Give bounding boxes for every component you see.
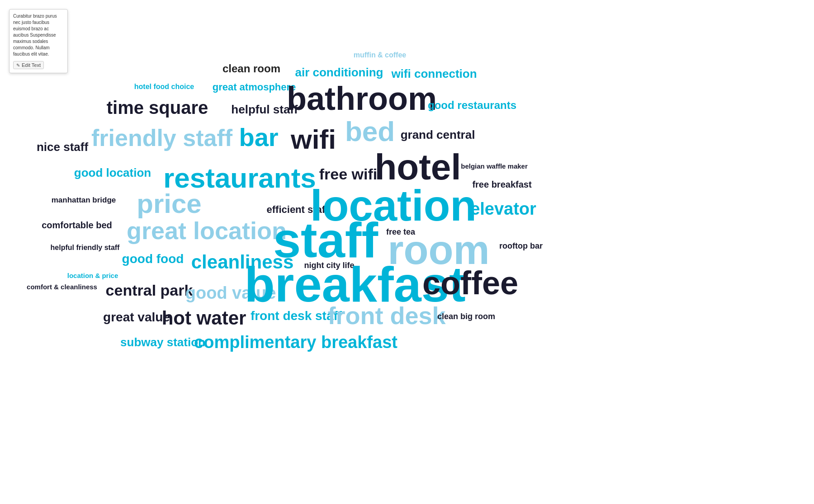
edit-icon: ✎ [16,63,20,68]
edit-panel: Curabitur brazo purus nec justo faucibus… [9,9,68,73]
word-good-restaurants[interactable]: good restaurants [428,99,516,112]
word-comfortable-bed[interactable]: comfortable bed [42,220,112,231]
word-great-location[interactable]: great location [127,217,287,245]
word-complimentary-breakfast[interactable]: complimentary breakfast [194,333,398,352]
word-clean-big-room[interactable]: clean big room [437,312,495,321]
word-central-park[interactable]: central park [106,282,193,299]
word-location-price[interactable]: location & price [67,272,118,279]
word-hot-water[interactable]: hot water [162,307,246,329]
word-grand-central[interactable]: grand central [401,128,475,142]
word-wifi[interactable]: wifi [291,124,336,155]
word-cloud: muffin & coffeeclean roomair conditionin… [0,0,814,504]
word-good-location[interactable]: good location [74,166,151,180]
word-nice-staff[interactable]: nice staff [37,140,88,154]
word-clean-room[interactable]: clean room [222,62,280,75]
word-time-square[interactable]: time square [107,98,208,118]
edit-text-button[interactable]: ✎ Edit Text [13,61,44,69]
word-friendly-staff[interactable]: friendly staff [91,124,232,151]
word-rooftop-bar[interactable]: rooftop bar [499,241,543,251]
word-manhattan-bridge[interactable]: manhattan bridge [52,196,116,205]
word-helpful-staff[interactable]: helpful staff [231,103,298,117]
word-coffee[interactable]: coffee [422,264,518,301]
word-great-value[interactable]: great value [103,310,170,325]
word-wifi-connection[interactable]: wifi connection [391,67,477,81]
word-bed[interactable]: bed [345,115,395,147]
word-free-wifi[interactable]: free wifi [319,165,377,183]
word-front-desk[interactable]: front desk [327,301,445,330]
word-helpful-friendly-staff[interactable]: helpful friendly staff [51,244,120,252]
word-elevator[interactable]: elevator [470,199,536,219]
word-comfort-cleanliness[interactable]: comfort & cleanliness [27,283,97,291]
word-good-food[interactable]: good food [122,252,184,266]
word-hotel-food-choice[interactable]: hotel food choice [134,83,194,91]
word-subway-station[interactable]: subway station [120,335,205,349]
word-air-conditioning[interactable]: air conditioning [295,66,383,80]
word-free-breakfast[interactable]: free breakfast [472,179,531,190]
word-price[interactable]: price [137,188,201,219]
word-belgian-waffle[interactable]: belgian waffle maker [461,162,528,170]
word-great-atmosphere[interactable]: great atmosphere [213,81,296,93]
panel-text: Curabitur brazo purus nec justo faucibus… [13,13,64,57]
word-muffin-coffee[interactable]: muffin & coffee [354,51,406,59]
edit-button-label: Edit Text [22,62,41,68]
word-bar[interactable]: bar [239,122,278,152]
word-bathroom[interactable]: bathroom [287,80,437,117]
